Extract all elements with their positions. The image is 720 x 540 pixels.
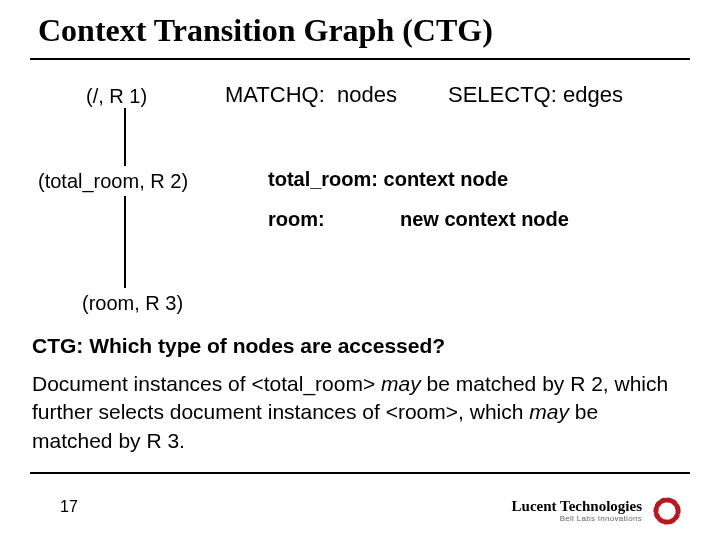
slide: Context Transition Graph (CTG) MATCHQ: n…: [0, 0, 720, 540]
definition-total-room: total_room: context node: [268, 168, 508, 191]
divider-top: [30, 58, 690, 60]
divider-bottom: [30, 472, 690, 474]
legend-matchq: MATCHQ: nodes: [225, 82, 397, 108]
para-part-1: Document instances of <total_room>: [32, 372, 381, 395]
graph-node-r2: (total_room, R 2): [38, 170, 188, 193]
lucent-ring-icon: [650, 494, 684, 528]
slide-title: Context Transition Graph (CTG): [38, 12, 493, 49]
svg-point-0: [655, 499, 680, 524]
legend-matchq-label: MATCHQ:: [225, 82, 325, 107]
graph-node-r1: (/, R 1): [86, 85, 147, 108]
para-may-1: may: [381, 372, 421, 395]
graph-edge-r1-r2: [124, 108, 126, 166]
graph-node-r3: (room, R 3): [82, 292, 183, 315]
logo-tagline: Bell Labs Innovations: [512, 514, 642, 523]
graph-edge-r2-r3: [124, 196, 126, 288]
body-paragraph: Document instances of <total_room> may b…: [32, 370, 682, 455]
definition-room-label: room:: [268, 208, 325, 231]
logo-brand: Lucent Technologies: [512, 499, 642, 515]
legend-matchq-value: nodes: [337, 82, 397, 107]
footer-logo: Lucent Technologies Bell Labs Innovation…: [512, 494, 684, 528]
ctg-question: CTG: Which type of nodes are accessed?: [32, 334, 445, 358]
definition-room-value: new context node: [400, 208, 569, 231]
para-may-2: may: [529, 400, 569, 423]
legend-selectq: SELECTQ: edges: [448, 82, 623, 108]
page-number: 17: [60, 498, 78, 516]
legend-selectq-value: edges: [563, 82, 623, 107]
legend-selectq-label: SELECTQ:: [448, 82, 557, 107]
